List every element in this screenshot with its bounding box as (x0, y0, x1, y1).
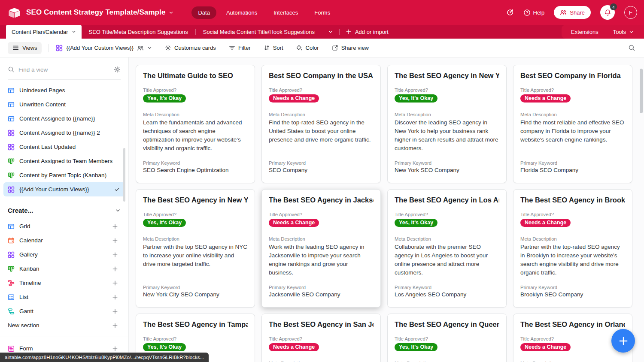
nav-tab-forms[interactable]: Forms (308, 6, 337, 19)
title-approved-badge: Needs a Change (269, 94, 319, 103)
table-tab-content-plan[interactable]: Content Plan/Calendar (6, 25, 82, 39)
create-gallery-row[interactable]: Gallery (0, 247, 128, 262)
plus-icon[interactable] (112, 266, 118, 272)
add-record-button[interactable] (611, 329, 635, 353)
sidebar-view-content-assigned-name[interactable]: Content Assigned to {{name}} (0, 112, 128, 126)
gallery-card[interactable]: The Best SEO Agency in Los Ang... Title … (387, 189, 507, 308)
plus-icon[interactable] (112, 252, 118, 258)
nav-tab-data[interactable]: Data (191, 6, 216, 19)
share-button[interactable]: Share (554, 6, 591, 19)
chevron-down-icon (115, 208, 121, 213)
plus-icon[interactable] (112, 346, 118, 352)
create-grid-row[interactable]: Grid (0, 219, 128, 233)
table-list-chevron[interactable] (322, 25, 339, 39)
sidebar-view-unindexed-pages[interactable]: Unindexed Pages (0, 83, 128, 97)
help-button[interactable]: Help (523, 9, 545, 16)
notifications-button[interactable]: 4 (600, 5, 615, 20)
people-icon (560, 9, 567, 16)
find-view-input[interactable] (18, 66, 110, 73)
plus-icon[interactable] (112, 280, 118, 286)
field-label-primary-keyword: Primary Keyword (143, 160, 248, 166)
chevron-down-icon (629, 30, 634, 34)
create-gantt-row[interactable]: Gantt (0, 304, 128, 318)
sidebar-divider (8, 79, 121, 80)
sidebar-view-content-assigned-name-2[interactable]: Content Assigned to {{name}} 2 (0, 126, 128, 140)
base-title[interactable]: SEO Content Strategy Template/Sample (26, 8, 173, 17)
create-timeline-row[interactable]: Timeline (0, 276, 128, 290)
sidebar-divider (0, 337, 128, 337)
gallery-icon (8, 130, 15, 136)
current-view-selector[interactable]: {{Add Your Custom Views}} (56, 45, 152, 51)
card-title: Best SEO Company in Florida (520, 70, 625, 81)
create-calendar-row[interactable]: Calendar (0, 233, 128, 247)
sort-button[interactable]: Sort (264, 45, 283, 51)
title-approved-badge: Yes, It's Okay (395, 94, 437, 103)
views-sidebar-toggle[interactable]: Views (8, 42, 42, 54)
tabbar-right-section: Extensions Tools (562, 25, 644, 39)
field-label-title-approved: Title Approved? (143, 336, 248, 341)
gallery-card[interactable]: The Best SEO Agency in San Jose Title Ap… (261, 314, 381, 362)
customize-cards-button[interactable]: Customize cards (165, 45, 216, 51)
create-list-row[interactable]: List (0, 290, 128, 304)
view-label: Content Assigned to {{name}} (19, 115, 95, 122)
title-approved-badge: Needs a Change (269, 219, 319, 227)
plus-icon[interactable] (112, 238, 118, 244)
color-label: Color (306, 45, 319, 51)
sidebar-view-content-parent-topic[interactable]: Content by Parent Topic (Kanban) (0, 168, 128, 182)
tools-button[interactable]: Tools (613, 29, 634, 35)
share-view-button[interactable]: Share view (332, 45, 369, 51)
sidebar-scrollbar[interactable] (123, 148, 125, 202)
extensions-button[interactable]: Extensions (571, 29, 598, 35)
create-section-header[interactable]: Create... (8, 207, 121, 214)
gallery-icon (8, 144, 15, 151)
question-icon (523, 9, 531, 16)
views-sidebar: Unindexed Pages Unwritten Content Conten… (0, 57, 129, 362)
airtable-logo-icon[interactable] (9, 8, 20, 18)
new-section-row[interactable]: New section (0, 318, 128, 332)
filter-button[interactable]: Filter (229, 45, 251, 51)
gallery-card[interactable]: The Ultimate Guide to SEO Title Approved… (136, 65, 255, 183)
search-icon[interactable] (628, 44, 635, 51)
share-label: Share (570, 9, 585, 16)
gallery-card[interactable]: The Best SEO Agency in New York Title Ap… (387, 65, 507, 183)
chevron-down-icon (169, 10, 173, 15)
check-icon (114, 187, 120, 192)
plus-icon[interactable] (112, 223, 118, 229)
create-kanban-row[interactable]: Kanban (0, 262, 128, 276)
gallery-card[interactable]: The Best SEO Agency in New Yor... Title … (136, 189, 255, 308)
avatar[interactable]: F (624, 6, 637, 19)
nav-tab-automations[interactable]: Automations (220, 6, 264, 19)
field-label-title-approved: Title Approved? (520, 87, 625, 93)
new-section-label: New section (8, 322, 39, 329)
history-icon[interactable] (506, 9, 514, 16)
create-item-label: Calendar (19, 237, 43, 244)
gallery-card[interactable]: Best SEO Company in Florida Title Approv… (513, 65, 632, 183)
plus-icon[interactable] (112, 308, 118, 314)
title-approved-badge: Needs a Change (520, 94, 571, 103)
plus-icon[interactable] (112, 323, 118, 329)
gear-icon[interactable] (114, 66, 121, 73)
field-label-primary-keyword: Primary Keyword (269, 160, 374, 166)
plus-icon (618, 336, 629, 346)
plus-icon[interactable] (112, 294, 118, 300)
sidebar-view-content-last-updated[interactable]: Content Last Updated (0, 140, 128, 154)
table-tab-social-media[interactable]: Social Media Content Title/Hook Suggesti… (196, 25, 322, 39)
table-tab-seo-title[interactable]: SEO Title/Meta Description Suggestions (82, 25, 195, 39)
add-or-import-label: Add or import (355, 29, 389, 35)
color-button[interactable]: Color (296, 45, 319, 51)
gallery-scrollbar[interactable] (640, 69, 643, 113)
field-label-primary-keyword: Primary Keyword (520, 285, 625, 290)
add-or-import-button[interactable]: Add or import (340, 25, 395, 39)
nav-tab-interfaces[interactable]: Interfaces (267, 6, 304, 19)
gallery-card[interactable]: The Best SEO Agency in Brooklyn Title Ap… (513, 189, 632, 308)
sort-label: Sort (273, 45, 283, 51)
sidebar-view-unwritten-content[interactable]: Unwritten Content (0, 97, 128, 112)
primary-keyword-value: New York SEO Company (395, 167, 499, 173)
sidebar-view-custom-views-selected[interactable]: {{Add Your Custom Views}} (3, 182, 125, 196)
gallery-card[interactable]: The Best SEO Agency in Jackson... Title … (261, 189, 381, 308)
chevron-down-icon (328, 29, 333, 34)
gallery-card[interactable]: Best SEO Company in the USA Title Approv… (261, 65, 381, 183)
bell-icon (604, 9, 611, 16)
gallery-card[interactable]: The Best SEO Agency in Queens Title Appr… (387, 314, 507, 362)
sidebar-view-content-team-members[interactable]: Content Assigned to Team Members (0, 154, 128, 168)
